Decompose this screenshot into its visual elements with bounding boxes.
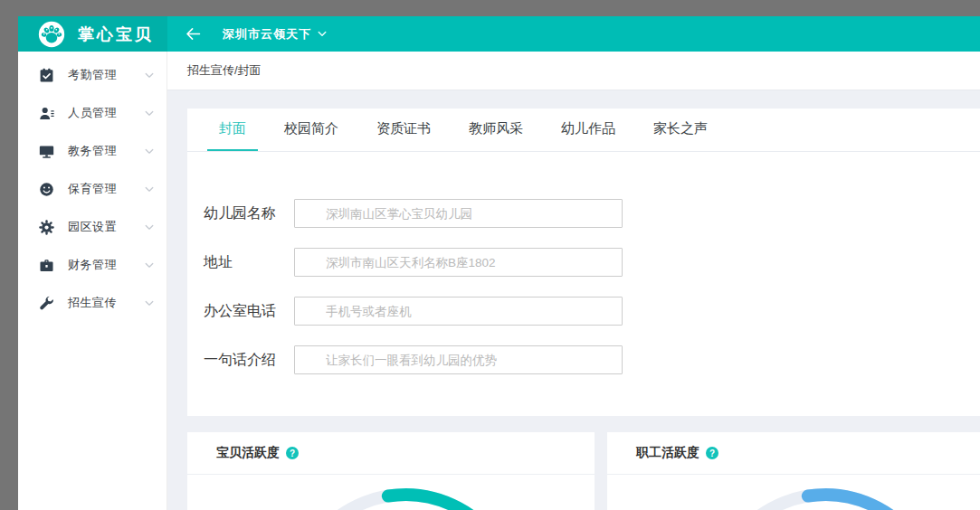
tab-教师风采[interactable]: 教师风采	[457, 109, 535, 151]
tab-幼儿作品[interactable]: 幼儿作品	[549, 109, 627, 151]
sidebar-item-财务管理[interactable]: 财务管理	[18, 246, 167, 284]
sidebar-item-label: 园区设置	[68, 219, 145, 235]
tab-封面[interactable]: 封面	[207, 109, 258, 151]
sidebar-item-label: 人员管理	[68, 105, 145, 121]
form-row: 地址	[204, 248, 980, 277]
school-selector[interactable]: 深圳市云领天下	[223, 26, 327, 42]
chevron-down-icon	[145, 186, 154, 193]
help-icon[interactable]: ?	[286, 447, 299, 459]
field-input-地址[interactable]	[294, 248, 623, 277]
sidebar-item-label: 保育管理	[68, 181, 145, 197]
gear-icon	[39, 220, 54, 235]
sidebar-item-label: 招生宣传	[68, 295, 145, 311]
sidebar-item-保育管理[interactable]: 保育管理	[18, 170, 167, 208]
sidebar-item-园区设置[interactable]: 园区设置	[18, 208, 167, 246]
app-window: 掌心宝贝 深圳市云领天下 考勤管理人员管理教务管理保育管理园区设置财务管理招生宣…	[18, 16, 980, 510]
chevron-down-icon	[145, 110, 154, 117]
chevron-down-icon	[145, 262, 154, 269]
wrench-icon	[39, 296, 54, 311]
chevron-down-icon	[318, 31, 327, 37]
sidebar-item-label: 教务管理	[68, 143, 145, 159]
palm-logo-icon	[38, 21, 65, 48]
chevron-down-icon	[145, 300, 154, 307]
card-title: 宝贝活跃度	[216, 445, 280, 461]
card-header: 宝贝活跃度?	[187, 432, 595, 475]
sidebar-item-教务管理[interactable]: 教务管理	[18, 132, 167, 170]
field-input-一句话介绍[interactable]	[294, 345, 623, 374]
monitor-icon	[39, 144, 54, 159]
tab-资质证书[interactable]: 资质证书	[365, 109, 442, 151]
stat-cards-row: 宝贝活跃度?职工活跃度?	[187, 432, 980, 510]
app-header: 掌心宝贝 深圳市云领天下	[18, 16, 980, 52]
sidebar-item-考勤管理[interactable]: 考勤管理	[18, 56, 167, 94]
chevron-down-icon	[145, 148, 154, 155]
card-title: 职工活跃度	[636, 445, 699, 461]
help-icon[interactable]: ?	[706, 447, 718, 459]
cover-form-card: 封面校园简介资质证书教师风采幼儿作品家长之声 幼儿园名称地址办公室电话一句话介绍	[187, 109, 980, 416]
field-label: 办公室电话	[204, 302, 294, 321]
card-header: 职工活跃度?	[607, 432, 980, 475]
field-label: 地址	[204, 253, 294, 272]
brand-area: 掌心宝贝	[18, 16, 167, 52]
school-name: 深圳市云领天下	[223, 26, 311, 42]
briefcase-icon	[39, 258, 54, 273]
sidebar-item-label: 财务管理	[68, 257, 145, 273]
stat-card-职工活跃度: 职工活跃度?	[607, 432, 980, 510]
chevron-down-icon	[145, 72, 154, 79]
cover-form: 幼儿园名称地址办公室电话一句话介绍	[187, 152, 980, 374]
form-row: 办公室电话	[204, 297, 980, 326]
tab-校园简介[interactable]: 校园简介	[272, 109, 350, 151]
main-area: 招生宣传/封面 封面校园简介资质证书教师风采幼儿作品家长之声 幼儿园名称地址办公…	[167, 52, 980, 510]
breadcrumb: 招生宣传/封面	[187, 62, 262, 79]
clipboard-check-icon	[39, 68, 54, 83]
tab-家长之声[interactable]: 家长之声	[642, 109, 719, 151]
breadcrumb-bar: 招生宣传/封面	[167, 52, 980, 90]
donut-chart	[279, 479, 532, 510]
sidebar-item-label: 考勤管理	[68, 67, 145, 83]
donut-chart	[699, 479, 952, 510]
user-icon	[39, 106, 54, 121]
sidebar-item-招生宣传[interactable]: 招生宣传	[18, 284, 167, 322]
stat-card-宝贝活跃度: 宝贝活跃度?	[187, 432, 595, 510]
field-input-幼儿园名称[interactable]	[294, 199, 623, 228]
sidebar-nav: 考勤管理人员管理教务管理保育管理园区设置财务管理招生宣传	[18, 52, 167, 510]
back-button[interactable]	[182, 24, 205, 43]
form-row: 一句话介绍	[204, 345, 980, 374]
field-label: 一句话介绍	[204, 351, 294, 370]
chevron-down-icon	[145, 224, 154, 231]
brand-title: 掌心宝贝	[78, 24, 154, 45]
sidebar-item-人员管理[interactable]: 人员管理	[18, 94, 167, 132]
field-label: 幼儿园名称	[204, 204, 294, 223]
field-input-办公室电话[interactable]	[294, 297, 623, 326]
form-row: 幼儿园名称	[204, 199, 980, 228]
smiley-icon	[39, 182, 54, 197]
top-toolbar: 深圳市云领天下	[167, 16, 980, 52]
tab-bar: 封面校园简介资质证书教师风采幼儿作品家长之声	[187, 109, 980, 152]
